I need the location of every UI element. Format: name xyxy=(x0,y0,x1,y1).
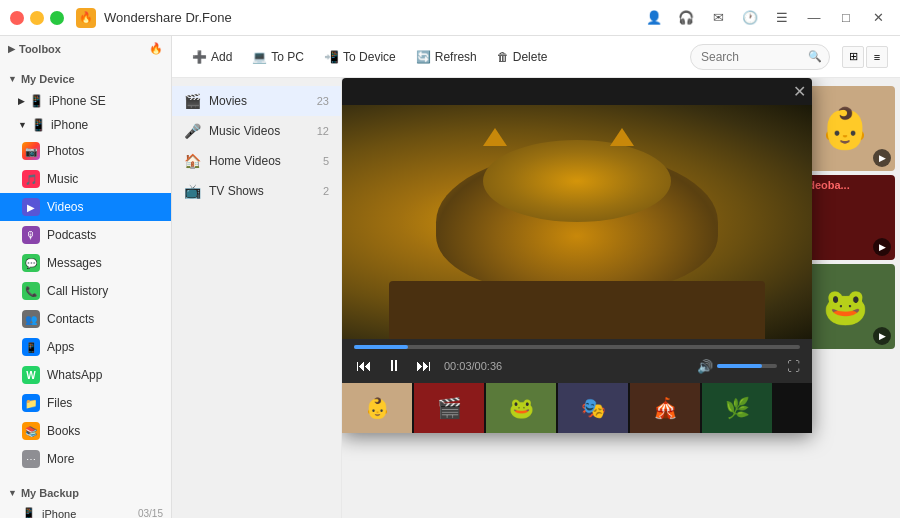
mybackup-section[interactable]: ▼ My Backup xyxy=(0,481,171,503)
grid-view-button[interactable]: ⊞ xyxy=(842,46,864,68)
sidebar-item-contacts[interactable]: 👥 Contacts xyxy=(0,305,171,333)
iphone-item[interactable]: ▼ 📱 iPhone xyxy=(0,113,171,137)
strip-thumb-2[interactable]: 🎬 xyxy=(414,383,484,433)
headset-button[interactable]: 🎧 xyxy=(674,6,698,30)
sidebar-item-music[interactable]: 🎵 Music xyxy=(0,165,171,193)
sidebar-item-podcasts[interactable]: 🎙 Podcasts xyxy=(0,221,171,249)
delete-button[interactable]: 🗑 Delete xyxy=(489,45,556,69)
iphonese-chevron: ▶ xyxy=(18,96,25,106)
musicvideos-count: 12 xyxy=(317,125,329,137)
mybackup-label: My Backup xyxy=(21,487,79,499)
mybackup-chevron: ▼ xyxy=(8,488,17,498)
category-homevideos[interactable]: 🏠 Home Videos 5 xyxy=(172,146,341,176)
search-wrap xyxy=(690,44,830,70)
sidebar-item-more[interactable]: ⋯ More xyxy=(0,445,171,473)
flame-icon: 🔥 xyxy=(149,42,163,55)
refresh-button[interactable]: 🔄 Refresh xyxy=(408,45,485,69)
volume-wrap: 🔊 xyxy=(697,359,777,374)
backup-iphone-icon: 📱 xyxy=(22,507,36,518)
profile-button[interactable]: 👤 xyxy=(642,6,666,30)
progress-bar[interactable] xyxy=(354,345,800,349)
topc-label: To PC xyxy=(271,50,304,64)
iphone-label: iPhone xyxy=(51,118,88,132)
prev-button[interactable]: ⏮ xyxy=(354,355,374,377)
sidebar-item-whatsapp[interactable]: W WhatsApp xyxy=(0,361,171,389)
homevideos-count: 5 xyxy=(323,155,329,167)
list-view-button[interactable]: ≡ xyxy=(866,46,888,68)
callhistory-icon: 📞 xyxy=(22,282,40,300)
iphone-chevron: ▼ xyxy=(18,120,27,130)
sidebar-item-messages[interactable]: 💬 Messages xyxy=(0,249,171,277)
videos-icon: ▶ xyxy=(22,198,40,216)
strip-thumb-5[interactable]: 🎪 xyxy=(630,383,700,433)
sidebar-item-books[interactable]: 📚 Books xyxy=(0,417,171,445)
mydevice-label: My Device xyxy=(21,73,75,85)
window-restore-button[interactable]: □ xyxy=(834,6,858,30)
volume-bar[interactable] xyxy=(717,364,777,368)
app-title: Wondershare Dr.Fone xyxy=(104,10,642,25)
homevideos-icon: 🏠 xyxy=(184,153,201,169)
pause-button[interactable]: ⏸ xyxy=(384,355,404,377)
whatsapp-icon: W xyxy=(22,366,40,384)
sidebar-item-photos[interactable]: 📷 Photos xyxy=(0,137,171,165)
thumb-play-2: ▶ xyxy=(873,238,891,256)
refresh-label: Refresh xyxy=(435,50,477,64)
callhistory-label: Call History xyxy=(47,284,108,298)
player-header: ✕ xyxy=(342,78,812,105)
category-movies[interactable]: 🎬 Movies 23 xyxy=(172,86,341,116)
fullscreen-button[interactable]: ⛶ xyxy=(787,359,800,374)
iphone-icon: 📱 xyxy=(29,94,44,108)
sidebar-item-callhistory[interactable]: 📞 Call History xyxy=(0,277,171,305)
books-icon: 📚 xyxy=(22,422,40,440)
sidebar-item-videos[interactable]: ▶ Videos xyxy=(0,193,171,221)
add-button[interactable]: ➕ Add xyxy=(184,45,240,69)
movies-icon: 🎬 xyxy=(184,93,201,109)
iphone-se-item[interactable]: ▶ 📱 iPhone SE xyxy=(0,89,171,113)
strip-thumb-6[interactable]: 🌿 xyxy=(702,383,772,433)
toolbar: ➕ Add 💻 To PC 📲 To Device 🔄 Refresh 🗑 De… xyxy=(172,36,900,78)
category-musicvideos[interactable]: 🎤 Music Videos 12 xyxy=(172,116,341,146)
homevideos-label: Home Videos xyxy=(209,154,281,168)
movies-label: Movies xyxy=(209,94,247,108)
category-panel: 🎬 Movies 23 🎤 Music Videos 12 🏠 Home Vid… xyxy=(172,78,342,518)
minimize-button[interactable] xyxy=(30,11,44,25)
toolbox-section[interactable]: ▶ Toolbox 🔥 xyxy=(0,36,171,59)
todevice-button[interactable]: 📲 To Device xyxy=(316,45,404,69)
movies-count: 23 xyxy=(317,95,329,107)
mail-button[interactable]: ✉ xyxy=(706,6,730,30)
window-min-button[interactable]: — xyxy=(802,6,826,30)
category-tvshows[interactable]: 📺 TV Shows 2 xyxy=(172,176,341,206)
contacts-label: Contacts xyxy=(47,312,94,326)
whatsapp-label: WhatsApp xyxy=(47,368,102,382)
backup-iphone-date: 03/15 xyxy=(138,508,163,518)
strip-thumb-1[interactable]: 👶 xyxy=(342,383,412,433)
apps-label: Apps xyxy=(47,340,74,354)
close-button[interactable] xyxy=(10,11,24,25)
maximize-button[interactable] xyxy=(50,11,64,25)
backup-iphone-label: iPhone xyxy=(42,508,138,519)
strip-thumb-4[interactable]: 🎭 xyxy=(558,383,628,433)
thumbnail-strip: 👶 🎬 🐸 🎭 🎪 🌿 xyxy=(342,383,812,433)
window-close-button[interactable]: ✕ xyxy=(866,6,890,30)
sidebar-item-files[interactable]: 📁 Files xyxy=(0,389,171,417)
delete-icon: 🗑 xyxy=(497,50,509,64)
music-icon: 🎵 xyxy=(22,170,40,188)
tvshows-label: TV Shows xyxy=(209,184,264,198)
mydevice-section[interactable]: ▼ My Device xyxy=(0,67,171,89)
more-label: More xyxy=(47,452,74,466)
search-input[interactable] xyxy=(690,44,830,70)
sidebar-item-apps[interactable]: 📱 Apps xyxy=(0,333,171,361)
more-icon: ⋯ xyxy=(22,450,40,468)
next-button[interactable]: ⏭ xyxy=(414,355,434,377)
musicvideos-label: Music Videos xyxy=(209,124,280,138)
backup-item-iphone[interactable]: 📱 iPhone 03/15 xyxy=(0,503,171,518)
toolbox-label: Toolbox xyxy=(19,43,61,55)
topc-button[interactable]: 💻 To PC xyxy=(244,45,312,69)
volume-fill xyxy=(717,364,762,368)
delete-label: Delete xyxy=(513,50,548,64)
history-button[interactable]: 🕐 xyxy=(738,6,762,30)
menu-button[interactable]: ☰ xyxy=(770,6,794,30)
player-close-button[interactable]: ✕ xyxy=(793,82,806,101)
strip-thumb-3[interactable]: 🐸 xyxy=(486,383,556,433)
apps-icon: 📱 xyxy=(22,338,40,356)
